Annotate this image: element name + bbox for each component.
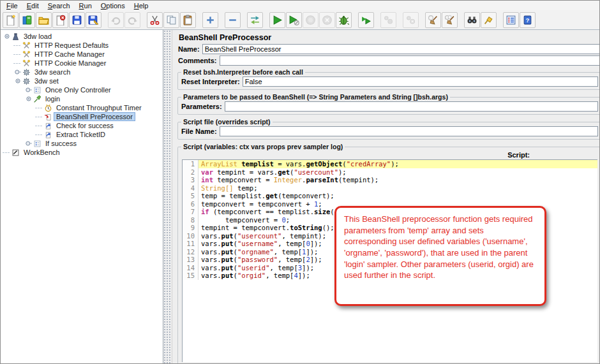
tree-item[interactable]: Constant Throughput Timer (1, 103, 163, 112)
shutdown-button[interactable] (319, 12, 335, 28)
tree-item[interactable]: Once Only Controller (1, 85, 163, 94)
save-as-button[interactable] (86, 12, 101, 28)
search-button[interactable] (464, 12, 480, 28)
tree-item[interactable]: 3dw load (1, 32, 163, 41)
tree-item-label[interactable]: BeanShell PreProcessor (54, 113, 135, 120)
annotation-callout: This BeanShell preprocessor function get… (334, 206, 546, 306)
name-label: Name: (178, 45, 200, 53)
tree-expanded-handle[interactable] (3, 33, 11, 40)
menu-help[interactable]: Help (130, 2, 153, 10)
tree-item-label[interactable]: HTTP Cache Manager (33, 50, 107, 58)
line-number: 8 (183, 216, 199, 224)
save-as-icon (88, 15, 99, 25)
comments-input[interactable] (220, 55, 599, 66)
tree-connector (13, 42, 22, 49)
comments-label: Comments: (178, 57, 217, 64)
tree-expanded-handle[interactable] (24, 96, 33, 103)
tree-item-label[interactable]: 3dw load (22, 33, 54, 40)
postprocessor-icon (44, 122, 52, 130)
clear-button[interactable] (425, 12, 441, 28)
tree-item-label[interactable]: Check for success (54, 122, 116, 129)
menu-options[interactable]: Options (96, 2, 130, 10)
line-number: 9 (183, 224, 199, 232)
tree-item-label[interactable]: WorkBench (22, 149, 62, 156)
tree-item[interactable]: login (1, 94, 163, 103)
menu-edit[interactable]: Edit (22, 2, 43, 10)
search-reset-button[interactable] (481, 12, 497, 28)
copy-icon (166, 15, 177, 25)
tree-item-label[interactable]: 3dw search (33, 68, 72, 76)
start-no-timers-button[interactable] (286, 12, 302, 28)
split-divider[interactable] (163, 30, 172, 364)
tree-collapsed-handle[interactable] (24, 87, 33, 94)
clear-icon (428, 15, 439, 25)
open-button[interactable] (36, 12, 52, 28)
cut-button[interactable] (147, 12, 163, 28)
tree-connector (35, 105, 43, 112)
plus-button[interactable] (202, 12, 218, 28)
tree-item-label[interactable]: login (43, 95, 62, 103)
save-button[interactable] (69, 12, 85, 28)
search-reset-icon (483, 15, 494, 25)
tree-item-label[interactable]: 3dw set (33, 77, 61, 85)
tree-item-label[interactable]: Extract TicketID (54, 131, 107, 138)
tree-item-label[interactable]: Constant Throughput Timer (54, 104, 144, 112)
tree-item[interactable]: Check for success (1, 121, 163, 130)
copy-button[interactable] (163, 12, 179, 28)
menu-search[interactable]: Search (43, 2, 75, 10)
paste-button[interactable] (180, 12, 196, 28)
start-no-timers-icon (289, 15, 299, 25)
parameters-input[interactable] (225, 101, 598, 112)
tree-item[interactable]: BeanShell PreProcessor (1, 112, 163, 121)
debug-start-button[interactable] (336, 12, 352, 28)
reset-interpreter-select[interactable]: False (243, 76, 598, 87)
tree-collapsed-handle[interactable] (24, 140, 33, 147)
tree-item[interactable]: HTTP Cache Manager (1, 50, 163, 59)
tree-item-label[interactable]: HTTP Request Defaults (33, 41, 110, 49)
tree-connector (35, 122, 43, 129)
templates-button[interactable] (19, 12, 35, 28)
tree-item[interactable]: HTTP Request Defaults (1, 41, 163, 50)
menu-run[interactable]: Run (75, 2, 96, 10)
menu-file[interactable]: File (2, 2, 22, 10)
close-button[interactable] (52, 12, 68, 28)
remote-shutdown-all-button[interactable] (403, 12, 419, 28)
reset-interpreter-label: Reset Interpreter: (181, 78, 240, 85)
toggle-button[interactable] (247, 12, 263, 28)
remote-stop-all-button[interactable] (380, 12, 396, 28)
code-line[interactable]: 3int tempconvert = Integer.parseInt(temp… (183, 176, 597, 184)
open-icon (38, 15, 49, 25)
stop-button[interactable] (303, 12, 319, 28)
tree-item-label[interactable]: Once Only Controller (43, 86, 113, 94)
tree-item-label[interactable]: HTTP Cookie Manager (33, 59, 108, 67)
toolbar: ? (1, 10, 599, 30)
function-helper-button[interactable] (503, 12, 519, 28)
clear-all-button[interactable] (442, 12, 458, 28)
tree-item-label[interactable]: If success (43, 140, 79, 147)
tree-item[interactable]: 3dw set (1, 76, 163, 85)
tree-item[interactable]: WorkBench (1, 148, 163, 157)
tree-item[interactable]: HTTP Cookie Manager (1, 59, 163, 68)
redo-button[interactable] (124, 12, 140, 28)
tree-expanded-handle[interactable] (13, 78, 22, 85)
plus-icon (205, 15, 216, 25)
remote-start-all-button[interactable] (358, 12, 374, 28)
tree-item[interactable]: Extract TicketID (1, 130, 163, 139)
start-button[interactable] (269, 12, 285, 28)
tree-item[interactable]: 3dw search (1, 68, 163, 76)
file-name-input[interactable] (220, 126, 598, 136)
code-line[interactable]: 2var tempint = vars.get("usercount"); (183, 168, 597, 177)
code-line[interactable]: 1ArrayList templist = vars.getObject("cr… (183, 160, 597, 168)
line-number: 14 (183, 264, 199, 272)
name-row: Name: (178, 44, 599, 54)
undo-button[interactable] (108, 12, 124, 28)
tree-connector (35, 113, 43, 120)
code-line[interactable]: 4String[] temp; (183, 184, 597, 193)
code-line[interactable]: 5temp = templist.get(tempconvert); (183, 192, 597, 200)
tree-collapsed-handle[interactable] (13, 69, 22, 76)
minus-button[interactable] (225, 12, 241, 28)
tree-item[interactable]: If success (1, 139, 163, 148)
name-input[interactable] (202, 44, 599, 54)
new-file-button[interactable] (3, 12, 19, 28)
help-button[interactable]: ? (520, 12, 536, 28)
